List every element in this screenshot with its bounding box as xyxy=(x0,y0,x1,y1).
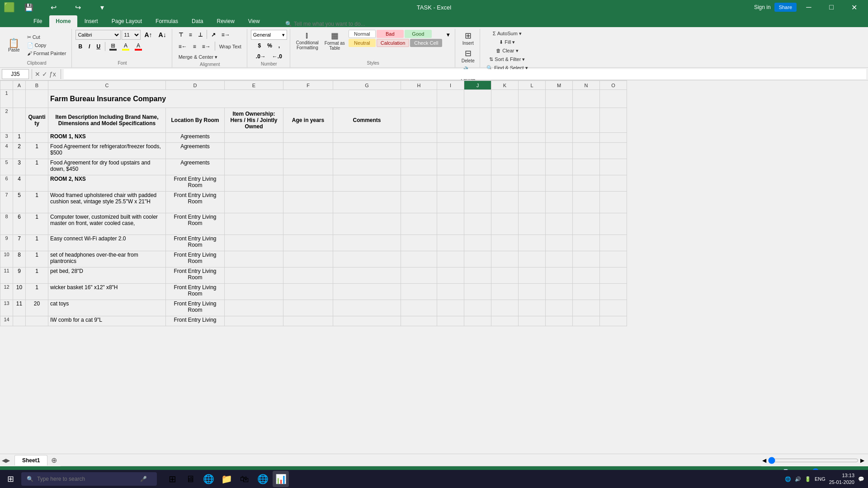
copy-button[interactable]: 📄 Copy xyxy=(24,42,69,49)
cell-C5[interactable]: Food Agreement for dry food upstairs and… xyxy=(48,159,166,175)
col-header-I[interactable]: I xyxy=(437,81,464,90)
taskbar-cortana-button[interactable]: ⊞ xyxy=(164,471,180,487)
cell-I4[interactable] xyxy=(437,143,464,159)
add-sheet-button[interactable]: ⊕ xyxy=(48,456,60,465)
tab-view[interactable]: View xyxy=(242,15,266,27)
cell-M3[interactable] xyxy=(546,133,573,143)
cell-F10[interactable] xyxy=(283,251,333,267)
cell-M11[interactable] xyxy=(546,267,573,284)
cell-B2[interactable]: Quantity xyxy=(26,108,48,133)
cell-D12[interactable]: Front Entry Living Room xyxy=(166,284,225,300)
cell-N10[interactable] xyxy=(573,251,600,267)
cell-C6[interactable]: ROOM 2, NXS xyxy=(48,175,166,192)
cell-N8[interactable] xyxy=(573,213,600,235)
tell-me-input[interactable] xyxy=(294,21,393,27)
cell-K11[interactable] xyxy=(491,267,519,284)
cell-D13[interactable]: Front Entry Living Room xyxy=(166,300,225,316)
start-button[interactable]: ⊞ xyxy=(4,472,18,486)
cell-E5[interactable] xyxy=(225,159,283,175)
cell-K3[interactable] xyxy=(491,133,519,143)
cell-C4[interactable]: Food Agreement for refrigerator/freezer … xyxy=(48,143,166,159)
cell-L12[interactable] xyxy=(519,284,546,300)
cell-N12[interactable] xyxy=(573,284,600,300)
row-num-3[interactable]: 3 xyxy=(0,133,13,143)
cell-G6[interactable] xyxy=(333,175,401,192)
cell-B8[interactable]: 1 xyxy=(26,213,48,235)
cell-D2[interactable]: Location By Room xyxy=(166,108,225,133)
cell-N3[interactable] xyxy=(573,133,600,143)
col-header-D[interactable]: D xyxy=(166,81,225,90)
cell-N14[interactable] xyxy=(573,316,600,326)
cell-G2[interactable]: Comments xyxy=(333,108,401,133)
number-format-select[interactable]: General▾ xyxy=(251,30,287,40)
cell-M10[interactable] xyxy=(546,251,573,267)
tab-formulas[interactable]: Formulas xyxy=(149,15,184,27)
cell-I2[interactable] xyxy=(437,108,464,133)
cell-C13[interactable]: cat toys xyxy=(48,300,166,316)
cell-B10[interactable]: 1 xyxy=(26,251,48,267)
cell-N7[interactable] xyxy=(573,192,600,213)
cell-E4[interactable] xyxy=(225,143,283,159)
cell-A7[interactable]: 5 xyxy=(13,192,26,213)
col-header-L[interactable]: L xyxy=(519,81,546,90)
microphone-icon[interactable]: 🎤 xyxy=(140,476,147,482)
cell-M14[interactable] xyxy=(546,316,573,326)
taskbar-store-button[interactable]: 🛍 xyxy=(236,471,253,487)
sign-in-button[interactable]: Sign in xyxy=(754,4,771,10)
cell-E11[interactable] xyxy=(225,267,283,284)
tab-home[interactable]: Home xyxy=(49,15,77,27)
cell-F12[interactable] xyxy=(283,284,333,300)
row-num-4[interactable]: 4 xyxy=(0,143,13,159)
cell-I6[interactable] xyxy=(437,175,464,192)
conditional-formatting-button[interactable]: ⫿ Conditional Formatting xyxy=(294,30,321,52)
cell-J6[interactable] xyxy=(464,175,491,192)
cell-E2[interactable]: Item Ownership: Hers / His / Jointly Own… xyxy=(225,108,283,133)
cell-H5[interactable] xyxy=(401,159,437,175)
cell-L6[interactable] xyxy=(519,175,546,192)
cell-H2[interactable] xyxy=(401,108,437,133)
cell-A9[interactable]: 7 xyxy=(13,235,26,251)
cell-H7[interactable] xyxy=(401,192,437,213)
cell-J7[interactable] xyxy=(464,192,491,213)
cell-N9[interactable] xyxy=(573,235,600,251)
decrease-font-button[interactable]: A↓ xyxy=(156,30,169,40)
font-name-select[interactable]: Calibri xyxy=(75,30,121,40)
cell-D7[interactable]: Front Entry Living Room xyxy=(166,192,225,213)
cell-N1[interactable] xyxy=(573,90,600,108)
cell-A3[interactable]: 1 xyxy=(13,133,26,143)
cell-J10[interactable] xyxy=(464,251,491,267)
cell-reference-input[interactable] xyxy=(2,69,29,79)
cell-M2[interactable] xyxy=(546,108,573,133)
cell-O12[interactable] xyxy=(600,284,627,300)
cell-J8[interactable] xyxy=(464,213,491,235)
cell-K2[interactable] xyxy=(491,108,519,133)
cell-N11[interactable] xyxy=(573,267,600,284)
cell-H11[interactable] xyxy=(401,267,437,284)
style-neutral-button[interactable]: Neutral xyxy=(349,39,376,47)
cell-L8[interactable] xyxy=(519,213,546,235)
col-header-F[interactable]: F xyxy=(283,81,333,90)
cell-A10[interactable]: 8 xyxy=(13,251,26,267)
align-top-button[interactable]: ⊤ xyxy=(176,30,186,40)
cell-O3[interactable] xyxy=(600,133,627,143)
confirm-icon[interactable]: ✓ xyxy=(42,70,47,78)
cell-L7[interactable] xyxy=(519,192,546,213)
scroll-tabs-left-button[interactable]: ◀ xyxy=(2,457,6,464)
cell-O2[interactable] xyxy=(600,108,627,133)
col-header-M[interactable]: M xyxy=(546,81,573,90)
cell-A13[interactable]: 11 xyxy=(13,300,26,316)
cell-L14[interactable] xyxy=(519,316,546,326)
clear-button[interactable]: 🗑 Clear ▾ xyxy=(493,47,521,55)
decrease-decimal-button[interactable]: ←.0 xyxy=(269,52,285,61)
cell-K10[interactable] xyxy=(491,251,519,267)
sheet-tab-sheet1[interactable]: Sheet1 xyxy=(14,455,47,465)
cell-E6[interactable] xyxy=(225,175,283,192)
cell-I10[interactable] xyxy=(437,251,464,267)
spreadsheet[interactable]: A B C D E F G H I J K L M N O xyxy=(0,80,868,454)
align-bottom-button[interactable]: ⊥ xyxy=(195,30,205,40)
col-header-K[interactable]: K xyxy=(491,81,519,90)
cell-O7[interactable] xyxy=(600,192,627,213)
cell-C1[interactable]: Farm Bureau Insurance Company xyxy=(48,90,437,108)
cell-B9[interactable]: 1 xyxy=(26,235,48,251)
cell-M4[interactable] xyxy=(546,143,573,159)
